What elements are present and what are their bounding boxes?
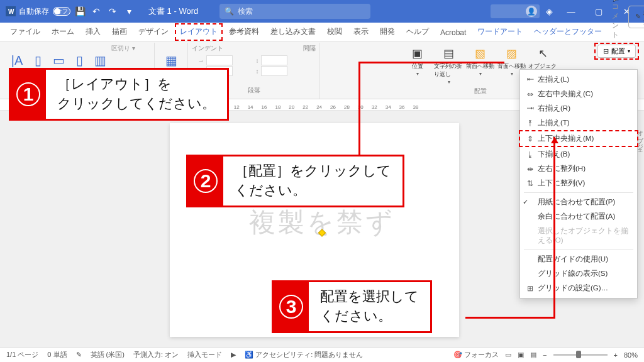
view-web-icon[interactable]: ▤: [530, 351, 536, 359]
status-spellcheck-icon[interactable]: ✎: [76, 351, 82, 359]
document-title: 文書 1 - Word: [148, 6, 198, 17]
status-page[interactable]: 1/1 ページ: [6, 350, 38, 359]
callout-text-2: ［配置］をクリックしてください。: [223, 156, 402, 206]
tab-design[interactable]: デザイン: [133, 23, 174, 41]
position-button[interactable]: ▣位置▾: [402, 44, 433, 87]
wrap-text-button[interactable]: ▤文字列の折り返し▾: [434, 44, 464, 87]
zoom-slider[interactable]: [553, 354, 608, 356]
menu-show-gridlines[interactable]: グリッド線の表示(S): [520, 266, 637, 281]
grid-icon: ⊞: [525, 284, 535, 293]
view-print-icon[interactable]: ▣: [518, 351, 524, 359]
word-icon: W: [5, 6, 16, 17]
status-language[interactable]: 英語 (米国): [91, 350, 125, 359]
search-placeholder: 検索: [238, 6, 253, 17]
callout-text-1: ［レイアウト］をクリックしてください。: [46, 70, 227, 119]
menu-align-center-h[interactable]: ⇔左右中央揃え(C): [520, 87, 637, 101]
callout-text-3: 配置を選択してください。: [309, 282, 430, 331]
menu-grid-settings[interactable]: ⊞グリッドの設定(G)…: [520, 281, 637, 295]
zoom-level[interactable]: 80%: [624, 351, 638, 359]
maximize-button[interactable]: ▢: [586, 0, 611, 23]
menu-align-middle-v[interactable]: ⇕上下中央揃え(M): [519, 130, 638, 147]
menu-distribute-v[interactable]: ⇅上下に整列(V): [520, 176, 637, 190]
tab-mailings[interactable]: 差し込み文書: [265, 23, 321, 41]
breaks-button[interactable]: 区切り ▾: [111, 44, 150, 53]
tab-wordart[interactable]: ワードアート: [472, 23, 528, 41]
svg-text:W: W: [8, 8, 14, 15]
menu-distribute-h[interactable]: ⇹左右に整列(H): [520, 162, 637, 176]
callout-number-1: 1: [11, 70, 46, 119]
toggle-icon: オフ: [53, 7, 70, 16]
callout-number-3: 3: [274, 282, 309, 331]
align-button-highlight: ⊟配置▾: [594, 43, 639, 60]
align-bottom-icon: ⭳: [525, 150, 535, 159]
menu-align-to-selection: 選択したオブジェクトを揃える(O): [520, 224, 637, 248]
tab-home[interactable]: ホーム: [47, 23, 79, 41]
distribute-v-icon: ⇅: [525, 179, 535, 188]
menu-align-to-page[interactable]: 用紙に合わせて配置(P): [520, 195, 637, 209]
status-accessibility[interactable]: ♿ アクセシビリティ: 問題ありません: [245, 350, 363, 359]
qat-customize-icon[interactable]: ▾: [122, 4, 136, 18]
annotation-line: [553, 137, 555, 318]
align-icon: ⊟: [603, 47, 609, 55]
tab-acrobat[interactable]: Acrobat: [435, 25, 471, 41]
status-macro-icon[interactable]: ▶: [231, 351, 236, 359]
edit-mode-button[interactable]: ✎ 編集 ▾: [628, 6, 644, 28]
ribbon-tabs: ファイル ホーム 挿入 描画 デザイン レイアウト 参考資料 差し込み文書 校閲…: [0, 23, 644, 41]
focus-mode-button[interactable]: 🎯 フォーカス: [453, 350, 499, 359]
callout-3: 3 配置を選択してください。: [272, 280, 432, 333]
indent-left-input[interactable]: [206, 55, 233, 65]
tab-file[interactable]: ファイル: [5, 23, 45, 41]
annotation-line: [465, 317, 555, 319]
menu-align-right[interactable]: ⭲右揃え(R): [520, 101, 637, 116]
autosave-toggle[interactable]: 自動保存 オフ: [19, 6, 70, 17]
avatar-icon: 👤: [526, 6, 537, 17]
comment-button[interactable]: 💬コメント: [608, 0, 625, 41]
tab-references[interactable]: 参考資料: [224, 23, 264, 41]
distribute-h-icon: ⇹: [525, 165, 535, 173]
align-button[interactable]: ⊟配置▾: [597, 45, 636, 58]
statusbar: 1/1 ページ 0 単語 ✎ 英語 (米国) 予測入力: オン 挿入モード ▶ …: [0, 347, 644, 362]
align-center-h-icon: ⇔: [525, 90, 535, 99]
callout-1: 1 ［レイアウト］をクリックしてください。: [9, 68, 229, 121]
status-insert-mode[interactable]: 挿入モード: [187, 350, 222, 359]
arrow-up-icon: [551, 137, 558, 143]
tab-review[interactable]: 校閲: [322, 23, 347, 41]
menu-align-left[interactable]: ⭰左揃え(L): [520, 72, 637, 87]
redo-icon[interactable]: ↷: [106, 4, 119, 18]
tab-help[interactable]: ヘルプ: [401, 23, 434, 41]
menu-use-guides[interactable]: 配置ガイドの使用(U): [520, 252, 637, 266]
tab-view[interactable]: 表示: [348, 23, 374, 41]
diamond-icon[interactable]: ◈: [542, 4, 556, 18]
zoom-out-button[interactable]: −: [543, 351, 547, 359]
menu-align-bottom[interactable]: ⭳下揃え(B): [520, 147, 637, 162]
status-predict[interactable]: 予測入力: オン: [133, 350, 179, 359]
space-before-input[interactable]: [261, 55, 287, 65]
align-menu: ⭰左揃え(L) ⇔左右中央揃え(C) ⭲右揃え(R) ⭱上揃え(T) ⇕上下中央…: [519, 69, 638, 299]
status-words[interactable]: 0 単語: [47, 350, 67, 359]
undo-icon[interactable]: ↶: [89, 4, 103, 18]
align-middle-v-icon: ⇕: [525, 134, 535, 143]
tab-insert[interactable]: 挿入: [80, 23, 106, 41]
save-icon[interactable]: 💾: [73, 4, 87, 18]
annotation-line: [358, 62, 504, 63]
zoom-in-button[interactable]: +: [614, 351, 618, 359]
minimize-button[interactable]: —: [558, 0, 584, 23]
menu-align-top[interactable]: ⭱上揃え(T): [520, 116, 637, 130]
view-read-icon[interactable]: ▭: [505, 351, 511, 359]
annotation-line: [358, 62, 360, 165]
align-top-icon: ⭱: [525, 119, 535, 128]
callout-number-2: 2: [188, 156, 223, 206]
search-icon: 🔍: [225, 7, 234, 16]
menu-align-to-margin[interactable]: 余白に合わせて配置(A): [520, 209, 637, 224]
space-after-input[interactable]: [261, 66, 287, 76]
bring-forward-button[interactable]: ▧前面へ移動▾: [465, 44, 496, 87]
tab-headerfooter[interactable]: ヘッダーとフッター: [529, 23, 607, 41]
tab-developer[interactable]: 開発: [375, 23, 400, 41]
indent-label: インデント: [192, 44, 223, 53]
tab-layout[interactable]: レイアウト: [175, 23, 223, 41]
callout-2: 2 ［配置］をクリックしてください。: [186, 155, 404, 207]
tab-draw[interactable]: 描画: [107, 23, 132, 41]
user-badge[interactable]: 👤: [491, 4, 540, 18]
group-label-paragraph: 段落: [248, 86, 260, 95]
search-input[interactable]: 🔍 検索: [219, 4, 370, 19]
